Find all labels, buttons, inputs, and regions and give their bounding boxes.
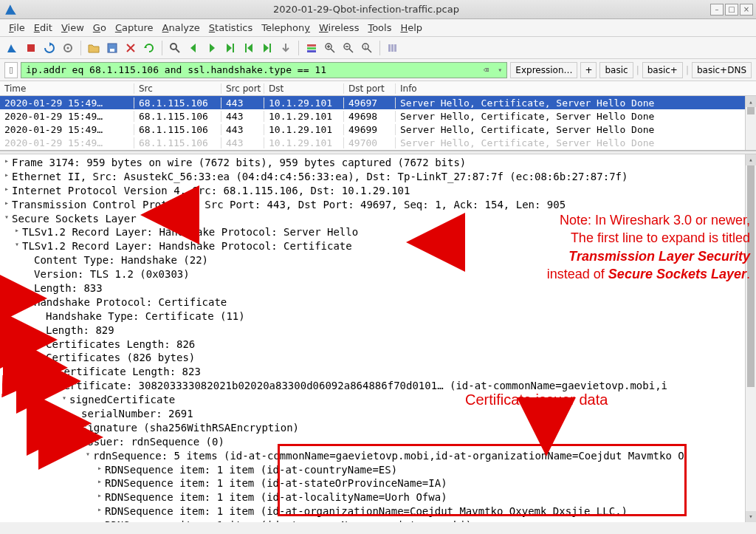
tree-item[interactable]: ▾Handshake Protocol: Certificate [3, 295, 753, 309]
expand-icon[interactable]: ▾ [61, 393, 68, 403]
collapse-icon[interactable]: ▸ [96, 518, 103, 522]
tree-item[interactable]: Version: TLS 1.2 (0x0303) [3, 267, 753, 281]
clear-filter-icon[interactable]: ⌫ [484, 65, 489, 75]
expand-icon[interactable]: ▾ [72, 435, 80, 445]
column-dstport[interactable]: Dst port [344, 83, 396, 94]
column-srcport[interactable]: Src port [221, 83, 264, 94]
tree-item[interactable]: Length: 833 [3, 281, 753, 295]
scroll-up-icon[interactable]: ▴ [746, 154, 756, 165]
scroll-thumb[interactable] [747, 107, 755, 114]
find-packet-button[interactable] [167, 40, 183, 56]
packet-row[interactable]: 2020-01-29 15:49… 68.1.115.106 443 10.1.… [0, 96, 756, 109]
add-filter-button[interactable]: + [580, 62, 597, 78]
tree-item[interactable]: Content Type: Handshake (22) [3, 253, 753, 267]
go-to-packet-button[interactable] [222, 40, 238, 56]
filter-bookmark-basic-dns[interactable]: basic+DNS [692, 62, 752, 78]
packet-row[interactable]: 2020-01-29 15:49… 68.1.115.106 443 10.1.… [0, 136, 756, 149]
menu-edit[interactable]: Edit [31, 21, 55, 35]
menu-wireless[interactable]: Wireless [316, 21, 362, 35]
reload-file-button[interactable] [141, 40, 157, 56]
tree-item[interactable]: Certificates Length: 826 [3, 338, 753, 352]
start-capture-button[interactable] [4, 40, 21, 56]
menu-capture[interactable]: Capture [112, 21, 157, 35]
tree-item[interactable]: ▸Frame 3174: 959 bytes on wire (7672 bit… [3, 156, 753, 170]
go-last-button[interactable] [259, 40, 275, 56]
menu-help[interactable]: Help [397, 21, 425, 35]
column-src[interactable]: Src [134, 83, 221, 94]
maximize-button[interactable]: □ [725, 4, 738, 16]
tree-item[interactable]: ▾issuer: rdnSequence (0) [3, 435, 753, 449]
resize-columns-button[interactable] [385, 40, 401, 56]
collapse-icon[interactable]: ▸ [3, 198, 10, 208]
menu-analyze[interactable]: Analyze [159, 21, 203, 35]
open-file-button[interactable] [86, 40, 102, 56]
collapse-icon[interactable]: ▸ [3, 184, 10, 194]
collapse-icon[interactable]: ▸ [3, 170, 10, 180]
collapse-icon[interactable]: ▸ [96, 463, 103, 473]
column-info[interactable]: Info [396, 83, 756, 94]
close-button[interactable]: × [740, 4, 753, 16]
column-time[interactable]: Time [0, 83, 134, 94]
expand-icon[interactable]: ▾ [13, 239, 21, 250]
go-first-button[interactable] [241, 40, 257, 56]
expression-button[interactable]: Expression… [510, 62, 577, 78]
collapse-icon[interactable]: ▸ [3, 156, 10, 166]
expand-icon[interactable]: ▾ [3, 212, 10, 222]
menu-go[interactable]: Go [90, 21, 109, 35]
tree-item[interactable]: ▾Certificate: 308203333082021b02020a8330… [3, 379, 753, 393]
go-next-button[interactable] [204, 40, 220, 56]
colorize-button[interactable] [303, 40, 320, 56]
tree-item[interactable]: Handshake Type: Certificate (11) [3, 309, 753, 324]
collapse-icon[interactable]: ▸ [13, 225, 21, 236]
packet-list-pane[interactable]: 2020-01-29 15:49… 68.1.115.106 443 10.1.… [0, 96, 756, 151]
zoom-out-button[interactable] [340, 40, 357, 56]
zoom-in-button[interactable] [322, 40, 338, 56]
tree-item[interactable]: ▸RDNSequence item: 1 item (id-at-stateOr… [3, 476, 753, 490]
filter-bookmark-basic[interactable]: basic [599, 62, 633, 78]
menu-file[interactable]: File [6, 21, 28, 35]
packet-row[interactable]: 2020-01-29 15:49… 68.1.115.106 443 10.1.… [0, 109, 756, 123]
column-dst[interactable]: Dst [264, 83, 344, 94]
packet-list-scrollbar[interactable]: ▴ [745, 96, 756, 150]
tree-item[interactable]: ▸TLSv1.2 Record Layer: Handshake Protoco… [3, 225, 753, 239]
tree-item[interactable]: ▾TLSv1.2 Record Layer: Handshake Protoco… [3, 239, 753, 253]
collapse-icon[interactable]: ▸ [96, 490, 103, 501]
close-file-button[interactable] [123, 40, 139, 56]
packet-details-pane[interactable]: ▸Frame 3174: 959 bytes on wire (7672 bit… [0, 154, 756, 522]
collapse-icon[interactable]: ▸ [96, 476, 103, 487]
tree-item[interactable]: Length: 829 [3, 324, 753, 338]
menu-tools[interactable]: Tools [365, 21, 394, 35]
packet-row[interactable]: 2020-01-29 15:49… 68.1.115.106 443 10.1.… [0, 123, 756, 136]
tree-item[interactable]: ▾signedCertificate [3, 393, 753, 407]
scroll-down-icon[interactable]: ▾ [746, 511, 756, 522]
tree-item[interactable]: ▾rdnSequence: 5 items (id-at-commonName=… [3, 449, 753, 463]
tree-item[interactable]: Certificate Length: 823 [3, 365, 753, 379]
collapse-icon[interactable]: ▸ [72, 421, 80, 431]
menu-view[interactable]: View [58, 21, 87, 35]
expand-icon[interactable]: ▾ [84, 449, 92, 459]
tree-item[interactable]: ▸RDNSequence item: 1 item (id-at-commonN… [3, 518, 753, 522]
collapse-icon[interactable]: ▸ [96, 504, 103, 515]
scroll-thumb[interactable] [747, 165, 755, 387]
tree-item[interactable]: ▸Internet Protocol Version 4, Src: 68.1.… [3, 184, 753, 198]
tree-item[interactable]: ▸RDNSequence item: 1 item (id-at-organiz… [3, 504, 753, 518]
scroll-up-icon[interactable]: ▴ [746, 96, 756, 107]
save-file-button[interactable] [104, 40, 120, 56]
restart-capture-button[interactable] [41, 40, 58, 56]
tree-item[interactable]: ▸RDNSequence item: 1 item (id-at-localit… [3, 490, 753, 504]
bookmark-filter-button[interactable]: ▯ [4, 62, 18, 78]
details-scrollbar[interactable]: ▴ ▾ [745, 154, 756, 522]
zoom-reset-button[interactable]: 1 [359, 40, 375, 56]
capture-options-button[interactable] [60, 40, 76, 56]
menu-statistics[interactable]: Statistics [206, 21, 255, 35]
expand-icon[interactable]: ▾ [37, 351, 44, 361]
tree-item[interactable]: ▾Secure Sockets Layer [3, 212, 753, 226]
expand-icon[interactable]: ▾ [25, 295, 32, 306]
tree-item[interactable]: ▾Certificates (826 bytes) [3, 351, 753, 365]
tree-item[interactable]: ▸Transmission Control Protocol, Src Port… [3, 198, 753, 212]
go-prev-button[interactable] [185, 40, 202, 56]
minimize-button[interactable]: – [710, 4, 724, 16]
tree-item[interactable]: serialNumber: 2691 [3, 407, 753, 421]
display-filter-input[interactable]: ip.addr eq 68.1.115.106 and ssl.handshak… [21, 62, 507, 78]
filter-bookmark-basic-plus[interactable]: basic+ [642, 62, 683, 78]
